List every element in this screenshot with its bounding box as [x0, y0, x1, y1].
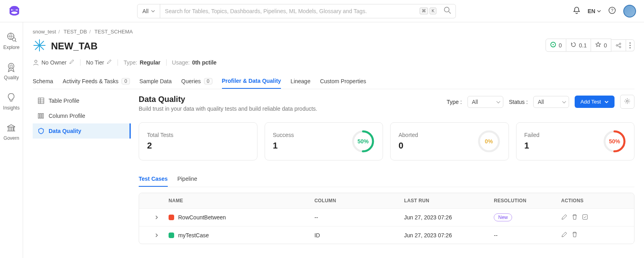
sidebar-item-explore[interactable]: Explore: [3, 32, 20, 50]
table-row: myTestCase ID Jun 27, 2023 07:26 --: [139, 227, 634, 244]
test-name[interactable]: RowCountBetween: [178, 214, 226, 221]
type-label: Type:: [124, 59, 137, 66]
usage-field: Usage: 0th pctile: [172, 59, 217, 66]
test-name[interactable]: myTestCase: [178, 232, 209, 238]
svg-point-7: [12, 38, 16, 41]
tier-value: No Tier: [86, 59, 104, 66]
card-aborted: Aborted0 0%: [390, 122, 509, 160]
quality-icon: [37, 127, 45, 135]
tab-profiler[interactable]: Profiler & Data Quality: [222, 74, 281, 89]
svg-rect-40: [583, 215, 587, 219]
edit-icon[interactable]: [561, 214, 567, 221]
table-header: NAME COLUMN LAST RUN RESOLUTION ACTIONS: [139, 193, 634, 209]
svg-point-34: [626, 100, 628, 102]
notifications-icon[interactable]: [573, 6, 581, 16]
svg-point-0: [10, 6, 18, 10]
nav-sidebar: Explore Quality Insights Govern: [0, 22, 23, 258]
globe-search-icon: [6, 32, 17, 42]
search-shortcut: ⌘ K: [420, 8, 440, 14]
dq-subtitle: Build trust in your data with quality te…: [139, 106, 317, 112]
star-pill[interactable]: 0: [591, 39, 611, 52]
subtab-pipeline[interactable]: Pipeline: [177, 172, 197, 187]
svg-point-26: [35, 60, 37, 63]
page-header: NEW_TAB 0 0.1: [33, 39, 634, 53]
svg-point-23: [630, 42, 631, 43]
version-pill[interactable]: 0.1: [566, 39, 591, 52]
main-content: snow_test/ TEST_DB/ TEST_SCHEMA NEW_TAB …: [23, 22, 644, 258]
svg-point-25: [630, 47, 631, 48]
status-indicator-green: [169, 233, 174, 238]
app-logo[interactable]: [8, 5, 21, 18]
delete-icon[interactable]: [571, 231, 578, 239]
sidebar-label: Insights: [3, 105, 20, 111]
type-filter-select[interactable]: All: [467, 96, 503, 108]
page-title: NEW_TAB: [51, 41, 98, 52]
tab-queries[interactable]: Queries0: [181, 74, 212, 88]
queries-badge: 0: [204, 78, 212, 84]
star-icon: [595, 41, 601, 49]
status-filter-select[interactable]: All: [533, 96, 569, 108]
settings-button[interactable]: [620, 95, 634, 109]
breadcrumb-link[interactable]: TEST_SCHEMA: [94, 29, 133, 35]
breadcrumb-link[interactable]: snow_test: [33, 29, 56, 35]
gear-icon: [624, 98, 630, 104]
more-button[interactable]: [626, 39, 634, 51]
kbd-k: K: [430, 8, 436, 14]
chevron-down-icon: [151, 9, 155, 13]
type-value: Regular: [139, 59, 160, 66]
edit-owner-icon[interactable]: [69, 59, 75, 66]
card-total: Total Tests2: [139, 122, 257, 160]
left-item-data-quality[interactable]: Data Quality: [33, 123, 131, 139]
tab-activity[interactable]: Activity Feeds & Tasks0: [63, 74, 130, 88]
user-avatar[interactable]: [623, 5, 636, 18]
breadcrumb: snow_test/ TEST_DB/ TEST_SCHEMA: [33, 29, 634, 35]
expand-row-icon[interactable]: [145, 215, 169, 219]
resolution-badge[interactable]: New: [494, 213, 512, 221]
delete-icon[interactable]: [571, 214, 578, 221]
tab-sample-data[interactable]: Sample Data: [139, 74, 172, 88]
issues-pill[interactable]: 0: [546, 39, 566, 52]
search-filter-label: All: [142, 8, 149, 14]
left-item-table-profile[interactable]: Table Profile: [33, 93, 131, 108]
tab-lineage[interactable]: Lineage: [291, 74, 310, 88]
entity-meta: No Owner No Tier Type: Regular Usage: 0t…: [33, 59, 634, 66]
language-selector[interactable]: EN: [588, 8, 601, 14]
share-button[interactable]: [611, 39, 626, 51]
add-test-button[interactable]: Add Test: [575, 96, 615, 108]
subtab-test-cases[interactable]: Test Cases: [139, 172, 168, 187]
kebab-icon: [629, 42, 631, 49]
svg-point-20: [619, 46, 621, 48]
topbar-right: EN ?: [573, 5, 636, 18]
tab-custom[interactable]: Custom Properties: [320, 74, 366, 88]
edit-icon[interactable]: [561, 231, 567, 239]
edit-tier-icon[interactable]: [106, 59, 112, 66]
sidebar-item-quality[interactable]: Quality: [4, 62, 19, 80]
search-icon[interactable]: [440, 6, 456, 16]
success-ring: 50%: [351, 130, 375, 153]
sidebar-label: Govern: [4, 135, 19, 141]
sidebar-label: Explore: [3, 45, 20, 50]
sidebar-item-insights[interactable]: Insights: [3, 92, 20, 111]
breadcrumb-link[interactable]: TEST_DB: [64, 29, 87, 35]
svg-line-22: [618, 46, 619, 47]
share-icon: [615, 42, 622, 49]
expand-row-icon[interactable]: [145, 233, 169, 237]
snowflake-icon: [33, 39, 46, 53]
table-icon: [37, 97, 45, 104]
test-last-run: Jun 27, 2023 07:26: [404, 232, 494, 238]
svg-point-18: [616, 45, 618, 46]
check-icon[interactable]: [582, 214, 588, 221]
type-filter-label: Type :: [447, 99, 462, 105]
search-input[interactable]: [160, 8, 420, 14]
sidebar-item-govern[interactable]: Govern: [4, 123, 19, 141]
tab-schema[interactable]: Schema: [33, 74, 53, 88]
issues-count: 0: [559, 42, 562, 49]
chevron-down-icon: [597, 9, 601, 13]
chevron-down-icon: [604, 100, 609, 104]
entity-tabs: Schema Activity Feeds & Tasks0 Sample Da…: [33, 74, 634, 89]
left-item-column-profile[interactable]: Column Profile: [33, 108, 131, 123]
aborted-ring: 0%: [477, 130, 501, 153]
test-column: ID: [314, 232, 404, 238]
help-icon[interactable]: ?: [608, 6, 616, 16]
search-filter-dropdown[interactable]: All: [137, 4, 160, 18]
